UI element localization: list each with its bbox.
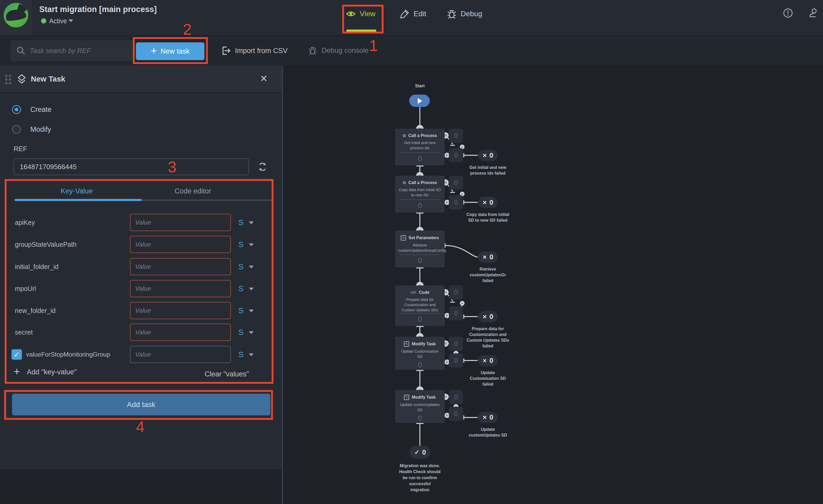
tab-code-editor[interactable]: Code editor bbox=[175, 187, 211, 195]
flow-node-call-a-process[interactable]: ⧉Call a ProcessCopy data from initial SD… bbox=[395, 176, 445, 212]
type-selector[interactable]: S bbox=[238, 240, 243, 249]
node-title: Modify Task bbox=[412, 395, 436, 400]
chevron-down-icon[interactable] bbox=[249, 288, 254, 291]
escalation-node[interactable]: 0 bbox=[449, 353, 463, 367]
flow-node-modify-task[interactable]: ✎Modify TaskUpdate customUpdates SD0 bbox=[395, 390, 445, 423]
chevron-down-icon[interactable] bbox=[249, 353, 254, 356]
error-node[interactable]: ✕0 bbox=[478, 150, 498, 161]
info-icon[interactable] bbox=[783, 8, 793, 18]
escalation-node[interactable]: 0 bbox=[449, 306, 463, 321]
node-task-count: 0 bbox=[418, 315, 422, 323]
escalation-node[interactable]: 0 bbox=[449, 129, 463, 143]
add-key-value-button[interactable]: + Add "key-value" bbox=[14, 368, 76, 376]
tab-underline-track bbox=[142, 200, 273, 200]
field-value-input[interactable] bbox=[130, 258, 231, 275]
error-count: 0 bbox=[489, 198, 493, 206]
node-divider bbox=[400, 152, 440, 153]
radio-modify[interactable]: Modify bbox=[12, 125, 51, 134]
refresh-icon[interactable] bbox=[257, 161, 268, 173]
flow-node-call-a-process[interactable]: ⧉Call a ProcessGet initial and new proce… bbox=[395, 129, 445, 165]
active-tab-underline bbox=[15, 199, 142, 201]
debug-console-button[interactable]: Debug console bbox=[308, 46, 369, 55]
import-csv-label: Import from CSV bbox=[235, 47, 288, 55]
error-node[interactable]: ✕0 bbox=[478, 412, 498, 423]
app-header: Start migration [main process] Active Vi… bbox=[0, 0, 823, 35]
radio-create[interactable]: Create bbox=[12, 105, 51, 114]
field-key-label: new_folder_id bbox=[15, 307, 56, 315]
field-value-input[interactable] bbox=[130, 214, 231, 231]
status-label[interactable]: Active bbox=[49, 17, 67, 25]
close-icon[interactable]: ✕ bbox=[260, 73, 268, 84]
key-value-row: secretS bbox=[0, 324, 282, 341]
field-value-input[interactable] bbox=[130, 280, 231, 297]
error-count: 0 bbox=[489, 151, 493, 159]
field-value-input[interactable] bbox=[130, 324, 231, 341]
escalation-node[interactable]: 0 bbox=[449, 390, 463, 404]
status-caret-icon[interactable] bbox=[68, 19, 73, 22]
pencil-icon: ✎ bbox=[404, 395, 409, 400]
layers-icon bbox=[16, 73, 28, 85]
type-selector[interactable]: S bbox=[238, 218, 243, 227]
chevron-down-icon[interactable] bbox=[249, 221, 254, 224]
new-task-button[interactable]: + New task bbox=[136, 42, 204, 60]
error-node[interactable]: ✕0 bbox=[478, 251, 498, 263]
user-icon[interactable] bbox=[808, 8, 818, 18]
type-selector[interactable]: S bbox=[238, 328, 243, 337]
node-subtitle: Prepare data for Customisation and Custo… bbox=[398, 297, 442, 313]
task-search-box[interactable] bbox=[10, 40, 135, 61]
tab-key-value[interactable]: Key-Value bbox=[61, 187, 93, 195]
logo-tile bbox=[0, 0, 32, 35]
flow-node-set-parameters[interactable]: ≡Set ParametersRetrieve customUpdatesGro… bbox=[395, 230, 445, 268]
flow-connectors bbox=[283, 65, 823, 504]
flow-node-modify-task[interactable]: ✎Modify TaskUpdate Customisation SD0 bbox=[395, 337, 445, 370]
ref-label: REF bbox=[14, 145, 27, 153]
copy-icon: ⧉ bbox=[403, 134, 406, 138]
type-selector[interactable]: S bbox=[238, 285, 243, 293]
drag-handle[interactable] bbox=[5, 75, 11, 90]
process-canvas[interactable]: Start ⧉Call a ProcessGet initial and new… bbox=[283, 65, 823, 504]
field-value-input[interactable] bbox=[130, 236, 231, 253]
node-title: Call a Process bbox=[408, 133, 437, 138]
type-selector[interactable]: S bbox=[238, 306, 243, 315]
tab-view[interactable]: View bbox=[346, 8, 375, 20]
clear-values-button[interactable]: Clear "values" bbox=[205, 370, 249, 378]
error-node-label: Get initial and new process ids failed bbox=[466, 165, 509, 176]
escalation-node[interactable]: 0 bbox=[449, 407, 463, 421]
x-icon: ✕ bbox=[482, 414, 487, 421]
app-logo-icon[interactable] bbox=[4, 3, 28, 27]
key-value-row: groupStateValuePathS bbox=[0, 236, 282, 253]
tab-edit[interactable]: Edit bbox=[399, 8, 426, 20]
escalation-node[interactable]: 0 bbox=[449, 195, 463, 209]
type-selector[interactable]: S bbox=[238, 263, 243, 271]
field-key-label: apiKey bbox=[15, 219, 35, 226]
escalation-node[interactable]: 0 bbox=[449, 176, 463, 190]
chevron-down-icon[interactable] bbox=[249, 310, 254, 312]
field-value-input[interactable] bbox=[130, 302, 231, 319]
flow-node-code[interactable]: </>CodePrepare data for Customisation an… bbox=[395, 286, 445, 326]
x-icon: ✕ bbox=[482, 314, 487, 320]
field-key-label: mpoUrl bbox=[15, 285, 36, 293]
checkbox-checked-icon[interactable]: ✓ bbox=[11, 349, 22, 360]
code-icon: </> bbox=[410, 291, 416, 295]
node-task-count: 0 bbox=[418, 257, 422, 265]
search-input[interactable] bbox=[29, 46, 130, 55]
ref-input[interactable] bbox=[14, 158, 249, 175]
final-node[interactable]: ✓ 0 bbox=[410, 446, 431, 459]
chevron-down-icon[interactable] bbox=[249, 243, 254, 246]
error-node[interactable]: ✕0 bbox=[478, 311, 498, 322]
import-csv-button[interactable]: Import from CSV bbox=[221, 46, 288, 56]
field-value-input[interactable] bbox=[130, 346, 231, 363]
escalation-node[interactable]: 0 bbox=[449, 286, 463, 300]
add-task-button[interactable]: Add task bbox=[12, 394, 270, 415]
escalation-node[interactable]: 0 bbox=[449, 148, 463, 162]
start-node[interactable] bbox=[409, 95, 430, 107]
chevron-down-icon[interactable] bbox=[249, 331, 254, 334]
type-selector[interactable]: S bbox=[238, 350, 243, 359]
tab-debug[interactable]: Debug bbox=[447, 8, 482, 20]
chevron-down-icon[interactable] bbox=[249, 266, 254, 269]
node-subtitle: Update customUpdates SD bbox=[398, 402, 442, 412]
escalation-node[interactable]: 0 bbox=[449, 337, 463, 351]
field-key-label: initial_folder_id bbox=[15, 263, 58, 271]
error-node[interactable]: ✕0 bbox=[478, 197, 498, 208]
error-node[interactable]: ✕0 bbox=[478, 355, 498, 366]
